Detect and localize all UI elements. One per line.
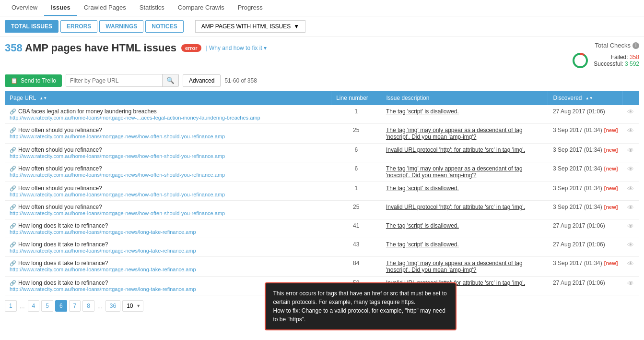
col-header-line-number: Line number bbox=[331, 91, 381, 105]
table-row: 🔗 How long does it take to refinance? ht… bbox=[5, 238, 639, 257]
page-url-link[interactable]: http://www.ratecity.com.au/home-loans/mo… bbox=[10, 172, 327, 178]
new-badge: [new] bbox=[604, 204, 618, 210]
nav-statistics[interactable]: Statistics bbox=[133, 0, 171, 16]
page-title: 🔗 How often should you refinance? bbox=[10, 127, 327, 134]
sort-icon-url: ▲▼ bbox=[39, 96, 47, 100]
new-badge: [new] bbox=[604, 147, 618, 153]
per-page-select[interactable]: 10 25 50 bbox=[122, 300, 143, 312]
hide-icon[interactable]: 👁 bbox=[627, 146, 634, 154]
page-btn-8[interactable]: 8 bbox=[82, 300, 94, 312]
nav-crawled-pages[interactable]: Crawled Pages bbox=[77, 0, 133, 16]
page-icon: 🔗 bbox=[10, 127, 16, 134]
page-icon: 🔗 bbox=[10, 242, 16, 248]
discovered-cell: 3 Sep 2017 (01:34)[new] bbox=[548, 144, 622, 162]
info-icon[interactable]: i bbox=[632, 42, 639, 49]
page-url-cell: 🔗 How long does it take to refinance? ht… bbox=[5, 219, 331, 238]
advanced-button[interactable]: Advanced bbox=[183, 74, 221, 87]
page-btn-4[interactable]: 4 bbox=[28, 300, 40, 312]
page-title-text: How long does it take to refinance? bbox=[18, 279, 108, 286]
page-url-link[interactable]: http://www.ratecity.com.au/home-loans/mo… bbox=[10, 229, 327, 235]
hide-icon[interactable]: 👁 bbox=[627, 165, 634, 173]
line-number-cell: 1 bbox=[331, 105, 381, 124]
discovered-cell: 3 Sep 2017 (01:34)[new] bbox=[548, 257, 622, 277]
page-title-text: How often should you refinance? bbox=[18, 165, 102, 172]
page-title-text: How often should you refinance? bbox=[18, 127, 102, 134]
headline-title: 358 AMP pages have HTML issues bbox=[5, 42, 176, 54]
trello-icon: 📋 bbox=[11, 77, 18, 84]
issue-link[interactable]: Invalid URL protocol 'http': for attribu… bbox=[386, 146, 525, 153]
page-title: 🔗 How often should you refinance? bbox=[10, 165, 327, 172]
issue-link[interactable]: The tag 'script' is disallowed. bbox=[386, 108, 459, 115]
filter-warnings[interactable]: WARNINGS bbox=[99, 20, 143, 33]
discovered-cell: 27 Aug 2017 (01:06) bbox=[548, 277, 622, 295]
issue-link[interactable]: The tag 'script' is disallowed. bbox=[386, 185, 459, 192]
hide-icon[interactable]: 👁 bbox=[627, 241, 634, 249]
issue-type-dropdown[interactable]: AMP PAGES WITH HTML ISSUES ▼ bbox=[195, 20, 305, 33]
why-how-to-fix-link[interactable]: | Why and how to fix it ▾ bbox=[206, 45, 267, 51]
page-url-cell: 🔗 How often should you refinance? http:/… bbox=[5, 144, 331, 162]
hide-icon[interactable]: 👁 bbox=[627, 222, 634, 230]
col-header-discovered[interactable]: Discovered ▲▼ bbox=[548, 91, 622, 105]
page-url-link[interactable]: http://www.ratecity.com.au/home-loans/mo… bbox=[10, 134, 327, 139]
issue-description-cell: The tag 'img' may only appear as a desce… bbox=[381, 162, 548, 182]
page-btn-7[interactable]: 7 bbox=[69, 300, 81, 312]
issue-description-cell: Invalid URL protocol 'http': for attribu… bbox=[381, 144, 548, 162]
page-icon: 🔗 bbox=[10, 109, 16, 115]
page-url-link[interactable]: http://www.ratecity.com.au/home-loans/mo… bbox=[10, 210, 327, 216]
issue-link[interactable]: The tag 'script' is disallowed. bbox=[386, 222, 459, 229]
hide-icon[interactable]: 👁 bbox=[627, 185, 634, 193]
page-btn-5[interactable]: 5 bbox=[41, 300, 53, 312]
dropdown-label: AMP PAGES WITH HTML ISSUES bbox=[201, 23, 291, 30]
hide-icon[interactable]: 👁 bbox=[627, 260, 634, 267]
page-icon: 🔗 bbox=[10, 204, 16, 210]
page-btn-36[interactable]: 36 bbox=[105, 300, 120, 312]
new-badge: [new] bbox=[604, 260, 618, 266]
filter-errors[interactable]: ERRORS bbox=[60, 20, 97, 33]
hide-icon[interactable]: 👁 bbox=[627, 279, 634, 287]
page-url-cell: 🔗 How often should you refinance? http:/… bbox=[5, 182, 331, 201]
page-title: 🔗 How often should you refinance? bbox=[10, 204, 327, 210]
success-count-row: Successful: 3 592 bbox=[594, 61, 639, 67]
nav-issues[interactable]: Issues bbox=[44, 0, 77, 16]
page-btn-6[interactable]: 6 bbox=[55, 300, 67, 312]
nav-compare-crawls[interactable]: Compare Crawls bbox=[171, 0, 231, 16]
page-url-link[interactable]: http://www.ratecity.com.au/home-loans/mo… bbox=[10, 192, 327, 197]
page-url-link[interactable]: http://www.ratecity.com.au/home-loans/mo… bbox=[10, 248, 327, 254]
table-row: 🔗 How long does it take to refinance? ht… bbox=[5, 257, 639, 277]
line-number-cell: 41 bbox=[331, 219, 381, 238]
page-icon: 🔗 bbox=[10, 260, 16, 267]
issue-link[interactable]: The tag 'img' may only appear as a desce… bbox=[386, 165, 523, 179]
page-url-link[interactable]: http://www.ratecity.com.au/home-loans/mo… bbox=[10, 153, 327, 159]
page-url-link[interactable]: http://www.ratecity.com.au/home-loans/mo… bbox=[10, 115, 327, 121]
filter-notices[interactable]: NOTICES bbox=[145, 20, 183, 33]
hide-icon[interactable]: 👁 bbox=[627, 204, 634, 211]
action-cell: 👁 bbox=[622, 105, 639, 124]
search-button[interactable]: 🔍 bbox=[162, 74, 178, 86]
col-header-page-url[interactable]: Page URL ▲▼ bbox=[5, 91, 331, 105]
action-cell: 👁 bbox=[622, 219, 639, 238]
page-url-link[interactable]: http://www.ratecity.com.au/home-loans/mo… bbox=[10, 267, 327, 272]
nav-progress[interactable]: Progress bbox=[231, 0, 269, 16]
headline-row: 358 AMP pages have HTML issues error | W… bbox=[5, 42, 639, 69]
page-title: 🔗 How long does it take to refinance? bbox=[10, 241, 327, 248]
search-input[interactable] bbox=[66, 75, 162, 86]
hide-icon[interactable]: 👁 bbox=[627, 127, 634, 134]
issue-link[interactable]: The tag 'script' is disallowed. bbox=[386, 241, 459, 248]
new-badge: [new] bbox=[604, 127, 618, 133]
line-number-cell: 1 bbox=[331, 182, 381, 201]
ellipsis-1: ... bbox=[19, 303, 26, 310]
action-cell: 👁 bbox=[622, 182, 639, 201]
nav-overview[interactable]: Overview bbox=[5, 0, 44, 16]
page-title-text: How often should you refinance? bbox=[18, 185, 102, 192]
dropdown-arrow-icon: ▼ bbox=[293, 23, 299, 30]
filter-total-issues[interactable]: TOTAL ISSUES bbox=[5, 20, 59, 33]
page-icon: 🔗 bbox=[10, 223, 16, 229]
send-to-trello-button[interactable]: 📋 Send to Trello bbox=[5, 74, 62, 87]
hide-icon[interactable]: 👁 bbox=[627, 108, 634, 116]
checks-legend: Failed: 358 Successful: 3 592 bbox=[594, 54, 639, 67]
col-header-action bbox=[622, 91, 639, 105]
issue-link[interactable]: The tag 'img' may only appear as a desce… bbox=[386, 260, 523, 273]
issue-link[interactable]: Invalid URL protocol 'http': for attribu… bbox=[386, 204, 525, 210]
page-btn-1[interactable]: 1 bbox=[5, 300, 17, 312]
issue-link[interactable]: The tag 'img' may only appear as a desce… bbox=[386, 127, 523, 140]
